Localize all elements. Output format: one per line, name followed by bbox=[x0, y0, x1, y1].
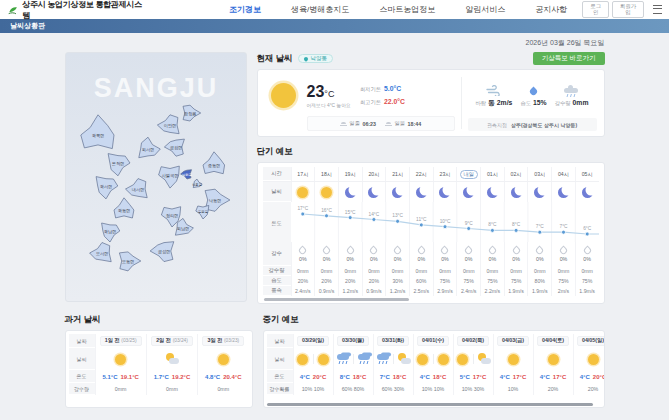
past-temp-cell: 5.1°C19.1°C bbox=[95, 370, 146, 383]
shortterm-wind-row: 풍속 2.4m/s0.9m/s1.2m/s0.9m/s1.2m/s2.5m/s2… bbox=[263, 286, 599, 296]
shortterm-rainamount-row: 강수량 0mm0mm0mm0mm0mm0mm0mm0mm0mm0mm0mm0mm… bbox=[263, 266, 599, 276]
forecast-hour-cell[interactable]: 01시 bbox=[480, 167, 504, 181]
forecast-humidity-cell: 80% bbox=[527, 276, 551, 286]
forecast-weather-cell bbox=[504, 182, 528, 202]
weather-am-icon bbox=[506, 352, 520, 366]
page-title-bar: 날씨상황판 bbox=[0, 19, 669, 33]
weather-icon bbox=[462, 185, 476, 199]
forecast-weather-cell bbox=[527, 182, 551, 202]
past-date-cell: 3일 전 (03/23) bbox=[197, 334, 248, 348]
forecast-weather-cell bbox=[385, 182, 409, 202]
sunset-icon bbox=[385, 122, 392, 126]
weather-icon bbox=[556, 185, 570, 199]
forecast-wind-cell: 2.5m/s bbox=[409, 286, 433, 296]
mid-date-cell: 04/03(금) bbox=[493, 334, 533, 348]
weather-icon bbox=[320, 185, 334, 199]
rain-drop-icon bbox=[582, 245, 592, 255]
forecast-hour-cell[interactable]: 05시 bbox=[575, 167, 599, 181]
weather-icon bbox=[343, 185, 357, 199]
forecast-hour-cell[interactable]: 03시 bbox=[527, 167, 551, 181]
region-map-panel[interactable]: SANGJU 화북면은척면이안면함창읍공검면외서면사벌국면중동면화서면내서면낙동… bbox=[65, 52, 247, 302]
login-button[interactable]: 로그인 bbox=[582, 1, 609, 18]
forecast-hour-cell[interactable]: 18시 bbox=[314, 167, 338, 181]
mid-temp-cell: 5°C17°C bbox=[453, 370, 493, 383]
map-district-label: 내서면 bbox=[131, 187, 144, 192]
sunrise-icon bbox=[340, 122, 347, 126]
horizontal-scrollbar[interactable] bbox=[267, 403, 593, 406]
row-label-past-temp: 온도 bbox=[69, 370, 95, 383]
svg-text:6°C: 6°C bbox=[583, 226, 592, 231]
svg-text:17°C: 17°C bbox=[297, 206, 308, 211]
location-badge-label: 낙양동 bbox=[310, 56, 327, 62]
nav-item[interactable]: 알림서비스 bbox=[450, 4, 520, 15]
rain-drop-icon bbox=[393, 245, 403, 255]
forecast-hour-cell[interactable]: 17시 bbox=[291, 167, 315, 181]
forecast-hour-cell[interactable]: 02시 bbox=[504, 167, 528, 181]
forecast-humidity-cell: 20% bbox=[362, 276, 386, 286]
forecast-hour-cell[interactable]: 내일 bbox=[456, 167, 480, 181]
map-district-label: 중동면 bbox=[207, 163, 220, 168]
map-district-label: 동문동 bbox=[197, 210, 208, 214]
mid-temp-cell: 4°C17°C bbox=[493, 370, 533, 383]
weather-alert-button[interactable]: 기상특보 바로가기 bbox=[533, 52, 605, 66]
row-label-past-weather: 날씨 bbox=[69, 348, 95, 370]
forecast-hour-cell[interactable]: 19시 bbox=[338, 167, 362, 181]
am-pm-divider bbox=[473, 354, 474, 364]
horizontal-scrollbar[interactable] bbox=[264, 298, 409, 301]
forecast-rainamount-cell: 0mm bbox=[314, 266, 338, 276]
signup-button[interactable]: 회원가입 bbox=[612, 1, 644, 18]
shortterm-time-row: 시간 17시 18시 19시 20시 21시 bbox=[263, 167, 599, 182]
card-divider bbox=[461, 77, 462, 129]
mid-prob-cell: 10% 10% bbox=[293, 383, 333, 395]
past-weather-title: 과거 날씨 bbox=[65, 314, 101, 326]
past-rain-cell: 0mm bbox=[146, 383, 197, 395]
forecast-hour-cell[interactable]: 21시 bbox=[385, 167, 409, 181]
forecast-wind-cell: 1.2m/s bbox=[385, 286, 409, 296]
row-label-mid-date: 날짜 bbox=[267, 334, 293, 348]
forecast-weather-cell bbox=[575, 182, 599, 202]
sunrise-time: 06:23 bbox=[362, 121, 376, 127]
hamburger-menu-icon[interactable] bbox=[653, 5, 662, 14]
forecast-weather-cell bbox=[480, 182, 504, 202]
map-district-label: 신흥동 bbox=[191, 183, 202, 187]
am-pm-divider bbox=[353, 354, 354, 364]
forecast-wind-cell: 0.9m/s bbox=[314, 286, 338, 296]
sangju-district-map[interactable]: SANGJU 화북면은척면이안면함창읍공검면외서면사벌국면중동면화서면내서면낙동… bbox=[66, 53, 246, 301]
mid-temp-cell: 4°C20°C bbox=[573, 370, 605, 383]
past-weather-card: 날짜 1일 전 (03/25) 2일 전 (03/24) 3일 전 (03/23… bbox=[65, 330, 253, 408]
forecast-wind-cell: 1.9m/s bbox=[504, 286, 528, 296]
nav-item[interactable]: 조기경보 bbox=[214, 4, 276, 15]
nav-item[interactable]: 스마트농업정보 bbox=[364, 4, 450, 15]
current-temperature: 23°C bbox=[307, 84, 351, 100]
nav-item[interactable]: 생육/병해충지도 bbox=[276, 4, 364, 15]
forecast-wind-cell: 2.4m/s bbox=[456, 286, 480, 296]
map-district-label: 사벌국면 bbox=[161, 173, 178, 178]
forecast-rainamount-cell: 0mm bbox=[504, 266, 528, 276]
weather-am-icon bbox=[546, 352, 560, 366]
location-badge[interactable]: 낙양동 bbox=[298, 54, 333, 64]
forecast-hour-cell[interactable]: 20시 bbox=[362, 167, 386, 181]
mid-temp-cell: 4°C17°C bbox=[533, 370, 573, 383]
app-logo[interactable]: 상주시 농업기상정보 통합관제시스템 bbox=[7, 0, 142, 21]
weather-pm-icon bbox=[317, 352, 331, 366]
mid-prob-cell: 10% 10% bbox=[413, 383, 453, 395]
forecast-humidity-cell: 75% bbox=[480, 276, 504, 286]
map-district-label: 화북면 bbox=[91, 133, 104, 138]
mid-weather-cell bbox=[573, 348, 605, 370]
low-temp-value: 5.0°C bbox=[384, 85, 401, 92]
forecast-humidity-cell: 20% bbox=[291, 276, 315, 286]
map-district-label: 청리면 bbox=[165, 213, 178, 218]
past-temp-cell: 1.7°C19.2°C bbox=[146, 370, 197, 383]
mid-prob-cell: 20% bbox=[533, 383, 573, 395]
forecast-wind-cell: 2.9m/s bbox=[433, 286, 457, 296]
nav-item[interactable]: 공지사항 bbox=[520, 4, 582, 15]
forecast-weather-cell bbox=[338, 182, 362, 202]
forecast-hour-cell[interactable]: 22시 bbox=[409, 167, 433, 181]
forecast-hour-cell[interactable]: 04시 bbox=[551, 167, 575, 181]
forecast-hour-cell[interactable]: 23시 bbox=[433, 167, 457, 181]
forecast-wind-cell: 2.4m/s bbox=[291, 286, 315, 296]
mid-date-cell: 04/04(토) bbox=[533, 334, 573, 348]
past-weather-cell bbox=[95, 348, 146, 370]
mid-temp-cell: 7°C18°C bbox=[373, 370, 413, 383]
precip-metric: 강수량0mm bbox=[555, 86, 589, 108]
